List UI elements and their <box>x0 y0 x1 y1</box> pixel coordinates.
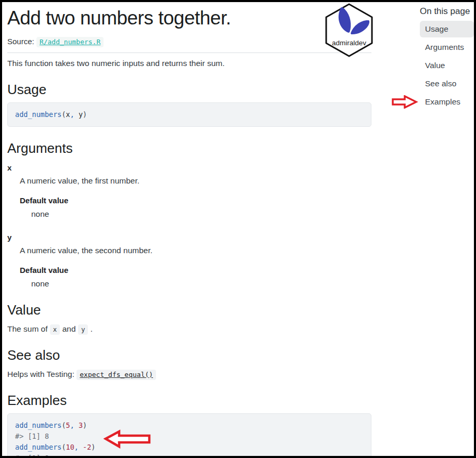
argument-name: y <box>7 233 371 242</box>
default-value: none <box>31 279 371 289</box>
butterfly-hex-logo-icon: admiraldev <box>325 3 374 57</box>
examples-code-line: add_numbers(10, -2) <box>15 442 364 453</box>
argument-description: A numeric value, the first number. <box>20 176 371 186</box>
source-label: Source: <box>7 37 34 46</box>
inline-code-x: x <box>50 324 60 335</box>
examples-output-line: #> [1] 8 <box>15 453 364 458</box>
see-also-text: Helps with Testing: expect_dfs_equal() <box>7 370 371 379</box>
expect-dfs-equal-link[interactable]: expect_dfs_equal() <box>76 370 156 380</box>
red-arrow-left-icon <box>104 429 151 449</box>
default-value: none <box>31 210 371 219</box>
examples-code-line: add_numbers(5, 3) <box>15 420 364 431</box>
examples-heading: Examples <box>7 392 371 409</box>
default-value-label: Default value <box>20 196 371 205</box>
usage-code-block: add_numbers(x, y) <box>7 102 371 127</box>
examples-code-block: add_numbers(5, 3)#> [1] 8add_numbers(10,… <box>7 413 371 458</box>
toc-item-see-also[interactable]: See also <box>420 75 474 92</box>
argument-description: A numeric value, the second number. <box>20 246 371 255</box>
value-text-suffix: . <box>91 324 93 333</box>
admiraldev-hex-logo: admiraldev <box>325 3 374 57</box>
toc-item-examples[interactable]: Examples <box>420 94 474 110</box>
value-text: The sum of x and y . <box>7 324 371 334</box>
toc-item-examples-label: Examples <box>425 97 460 106</box>
logo-text: admiraldev <box>332 39 366 47</box>
toc-heading: On this page <box>420 6 474 17</box>
main-content: Add two numbers together. Source: R/add_… <box>7 6 371 458</box>
page-title: Add two numbers together. <box>7 7 371 30</box>
usage-code-line: add_numbers(x, y) <box>15 109 364 120</box>
source-line: Source: R/add_numbers.R <box>7 37 371 46</box>
toc-item-arguments[interactable]: Arguments <box>420 39 474 56</box>
see-also-heading: See also <box>7 347 371 363</box>
function-description: This function takes two numeric inputs a… <box>7 59 371 68</box>
argument-name: x <box>7 163 371 172</box>
header-divider <box>7 53 371 53</box>
usage-heading: Usage <box>7 82 371 98</box>
arguments-heading: Arguments <box>7 140 371 156</box>
toc-list: Usage Arguments Value See also Examples <box>420 21 474 110</box>
toc-item-usage[interactable]: Usage <box>420 21 474 37</box>
see-also-prefix: Helps with Testing: <box>7 370 74 378</box>
inline-code-y: y <box>78 324 88 335</box>
toc-item-value[interactable]: Value <box>420 57 474 74</box>
value-text-prefix: The sum of <box>7 324 48 333</box>
value-text-conjunction: and <box>62 324 76 333</box>
examples-output-line: #> [1] 8 <box>15 431 364 442</box>
page-layout: Add two numbers together. Source: R/add_… <box>2 2 474 458</box>
argument-item-y: y A numeric value, the second number. De… <box>7 233 371 289</box>
red-arrow-right-icon <box>391 95 418 109</box>
examples-section: add_numbers(5, 3)#> [1] 8add_numbers(10,… <box>7 413 371 458</box>
on-this-page-sidebar: On this page Usage Arguments Value See a… <box>420 6 474 458</box>
value-heading: Value <box>7 302 371 318</box>
default-value-label: Default value <box>20 266 371 274</box>
argument-item-x: x A numeric value, the first number. Def… <box>7 163 371 219</box>
source-file-link[interactable]: R/add_numbers.R <box>36 37 104 47</box>
